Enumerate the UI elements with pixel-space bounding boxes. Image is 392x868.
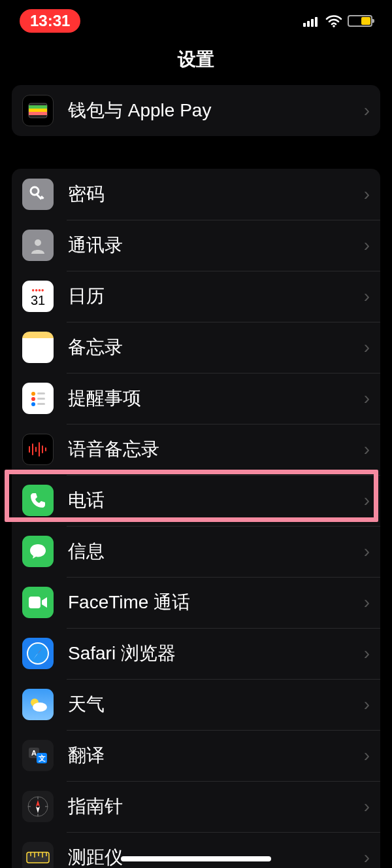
row-label: 钱包与 Apple Pay — [68, 98, 364, 123]
row-label: 天气 — [68, 692, 364, 717]
svg-point-4 — [333, 25, 335, 27]
row-wallet[interactable]: 钱包与 Apple Pay › — [12, 85, 380, 136]
row-safari[interactable]: Safari 浏览器 › — [12, 628, 380, 679]
notes-icon — [22, 332, 54, 363]
svg-point-36 — [28, 797, 48, 816]
row-label: 信息 — [68, 539, 364, 564]
safari-icon — [22, 638, 54, 669]
chevron-right-icon: › — [364, 847, 370, 868]
svg-rect-7 — [29, 109, 47, 112]
svg-point-31 — [33, 703, 47, 712]
row-label: 备忘录 — [68, 335, 364, 360]
row-reminders[interactable]: 提醒事项 › — [12, 373, 380, 424]
chevron-right-icon: › — [364, 439, 370, 460]
row-voicememo[interactable]: 语音备忘录 › — [12, 424, 380, 475]
svg-marker-41 — [36, 800, 40, 807]
row-calendar[interactable]: ●●●● 31 日历 › — [12, 271, 380, 322]
battery-icon — [348, 15, 372, 27]
svg-text:文: 文 — [38, 754, 46, 762]
chevron-right-icon: › — [364, 541, 370, 562]
weather-icon — [22, 689, 54, 720]
chevron-right-icon: › — [364, 337, 370, 358]
row-facetime[interactable]: FaceTime 通话 › — [12, 577, 380, 628]
wifi-icon — [325, 14, 342, 27]
status-indicators — [303, 14, 372, 27]
row-compass[interactable]: 指南针 › — [12, 781, 380, 832]
row-label: 密码 — [68, 182, 364, 207]
row-password[interactable]: 密码 › — [12, 169, 380, 220]
row-contacts[interactable]: 通讯录 › — [12, 220, 380, 271]
svg-rect-1 — [307, 21, 310, 27]
compass-icon — [22, 791, 54, 822]
svg-text:A: A — [31, 749, 37, 757]
status-time: 13:31 — [20, 9, 80, 33]
home-indicator[interactable] — [121, 856, 271, 861]
settings-group-1: 钱包与 Apple Pay › — [12, 85, 380, 136]
svg-rect-18 — [37, 403, 45, 405]
svg-point-12 — [35, 239, 41, 246]
calendar-icon: ●●●● 31 — [22, 281, 54, 312]
row-label: 指南针 — [68, 794, 364, 819]
measure-icon — [22, 842, 54, 868]
chevron-right-icon: › — [364, 100, 370, 121]
svg-rect-0 — [303, 23, 306, 27]
facetime-icon — [22, 587, 54, 618]
phone-icon — [22, 485, 54, 516]
chevron-right-icon: › — [364, 745, 370, 766]
svg-rect-43 — [27, 852, 49, 863]
svg-rect-25 — [29, 597, 41, 608]
row-translate[interactable]: A文 翻译 › — [12, 730, 380, 781]
row-label: 电话 — [68, 488, 364, 513]
messages-icon — [22, 536, 54, 567]
svg-point-14 — [31, 397, 35, 401]
row-notes[interactable]: 备忘录 › — [12, 322, 380, 373]
key-icon — [22, 179, 54, 210]
translate-icon: A文 — [22, 740, 54, 771]
svg-point-15 — [31, 402, 35, 406]
svg-rect-2 — [311, 19, 314, 27]
row-label: FaceTime 通话 — [68, 590, 364, 615]
contacts-icon — [22, 230, 54, 261]
row-label: 语音备忘录 — [68, 437, 364, 462]
cellular-signal-icon — [303, 15, 320, 27]
row-label: 日历 — [68, 284, 364, 309]
chevron-right-icon: › — [364, 388, 370, 409]
chevron-right-icon: › — [364, 694, 370, 715]
row-label: 翻译 — [68, 743, 364, 768]
settings-group-2: 密码 › 通讯录 › ●●●● 31 日历 › 备忘录 › 提醒事项 › 语音备… — [12, 169, 380, 868]
row-messages[interactable]: 信息 › — [12, 526, 380, 577]
svg-rect-3 — [315, 17, 318, 27]
status-bar: 13:31 — [0, 0, 392, 39]
row-label: 提醒事项 — [68, 386, 364, 411]
wallet-icon — [22, 95, 54, 126]
svg-rect-17 — [37, 398, 45, 400]
chevron-right-icon: › — [364, 796, 370, 817]
svg-rect-6 — [29, 105, 47, 109]
svg-rect-8 — [29, 112, 47, 115]
svg-point-13 — [31, 392, 35, 396]
svg-marker-42 — [36, 807, 40, 813]
row-phone[interactable]: 电话 › — [12, 475, 380, 526]
chevron-right-icon: › — [364, 286, 370, 307]
row-weather[interactable]: 天气 › — [12, 679, 380, 730]
chevron-right-icon: › — [364, 643, 370, 664]
row-label: 通讯录 — [68, 233, 364, 258]
voice-memo-icon — [22, 434, 54, 465]
page-title: 设置 — [0, 39, 392, 85]
row-measure[interactable]: 测距仪 › — [12, 832, 380, 868]
chevron-right-icon: › — [364, 184, 370, 205]
row-label: Safari 浏览器 — [68, 641, 364, 666]
svg-rect-16 — [37, 392, 45, 394]
chevron-right-icon: › — [364, 490, 370, 511]
chevron-right-icon: › — [364, 235, 370, 256]
reminders-icon — [22, 383, 54, 414]
chevron-right-icon: › — [364, 592, 370, 613]
